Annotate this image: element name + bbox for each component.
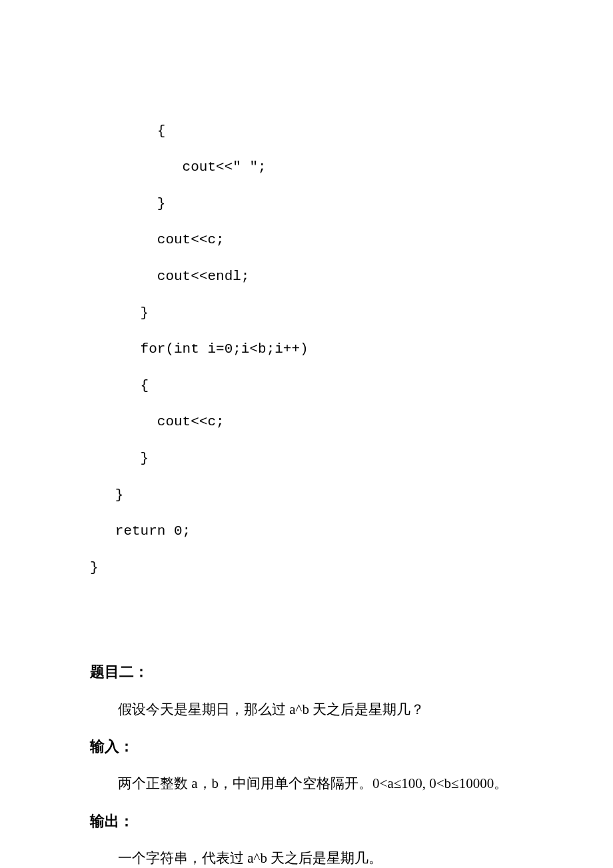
code-line: }	[90, 451, 149, 466]
problem-2-description: 假设今天是星期日，那么过 a^b 天之后是星期几？	[90, 691, 523, 728]
code-line: for(int i=0;i<b;i++)	[90, 341, 308, 357]
problem-2-title: 题目二：	[90, 653, 523, 691]
code-line: }	[90, 196, 165, 211]
section-spacer	[90, 586, 523, 653]
code-line: {	[90, 123, 165, 139]
document-page: { cout<<" "; } cout<<c; cout<<endl; } fo…	[0, 0, 613, 868]
input-label: 输入：	[90, 727, 523, 765]
code-line: cout<<c;	[90, 414, 225, 429]
code-line: }	[90, 560, 99, 575]
output-label: 输出：	[90, 802, 523, 840]
input-description: 两个正整数 a，b，中间用单个空格隔开。0<a≤100, 0<b≤10000。	[90, 765, 523, 802]
code-line: }	[90, 305, 149, 321]
code-block: { cout<<" "; } cout<<c; cout<<endl; } fo…	[90, 77, 523, 586]
output-description: 一个字符串，代表过 a^b 天之后是星期几。	[90, 840, 523, 868]
code-line: cout<<c;	[90, 232, 225, 247]
code-line: cout<<" ";	[90, 159, 267, 175]
code-line: return 0;	[90, 523, 191, 539]
code-line: cout<<endl;	[90, 269, 249, 284]
code-line: }	[90, 487, 123, 503]
code-line: {	[90, 378, 149, 393]
